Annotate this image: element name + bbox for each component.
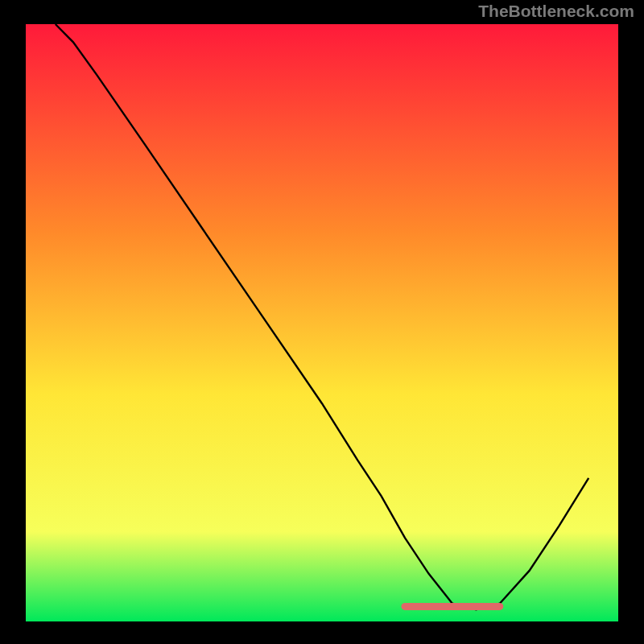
gradient-background <box>26 24 618 621</box>
watermark-text: TheBottleneck.com <box>478 2 634 21</box>
bottleneck-chart <box>0 0 644 644</box>
chart-container: TheBottleneck.com <box>0 0 644 644</box>
